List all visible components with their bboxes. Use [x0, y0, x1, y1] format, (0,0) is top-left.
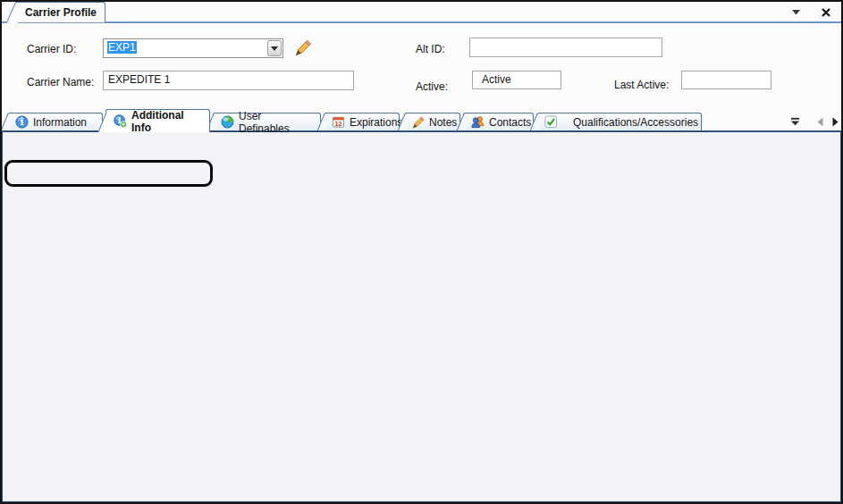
carrier-name-label: Carrier Name:: [27, 76, 94, 88]
svg-text:i: i: [21, 116, 24, 127]
tab-notes[interactable]: Notes: [404, 113, 460, 130]
tab-label: Additional Info: [131, 109, 204, 134]
tab-label: Expirations: [350, 116, 402, 129]
carrier-id-value: EXP1: [107, 41, 137, 54]
carrier-profile-window: Carrier Profile Carrier ID: EXP1 Alt ID:…: [0, 0, 843, 504]
tab-list-icon: [790, 117, 800, 126]
tab-list-button[interactable]: [788, 115, 802, 128]
edit-carrier-button[interactable]: [294, 39, 312, 59]
pencil-icon: [294, 39, 312, 56]
dropdown-arrow-icon: [271, 46, 278, 55]
tab-contacts[interactable]: Contacts: [463, 113, 534, 130]
carrier-name-field[interactable]: EXPEDITE 1: [103, 71, 354, 90]
board-field-highlight: [4, 160, 213, 187]
scroll-tabs-right-button[interactable]: [829, 115, 842, 128]
tab-label: Qualifications/Accessories: [573, 116, 698, 129]
document-tab-carrier-profile[interactable]: Carrier Profile: [16, 2, 105, 22]
info-icon: i: [15, 115, 29, 129]
calendar-icon: 12: [332, 115, 345, 129]
last-active-label: Last Active:: [614, 79, 669, 91]
tab-user-definables[interactable]: User Definables: [213, 113, 321, 130]
active-field[interactable]: Active: [472, 71, 561, 89]
active-label: Active:: [416, 80, 448, 93]
document-tab-label: Carrier Profile: [25, 6, 97, 19]
carrier-id-label: Carrier ID:: [27, 43, 76, 55]
sphere-icon: [221, 115, 234, 129]
last-active-field[interactable]: [681, 71, 771, 89]
tab-expirations[interactable]: 12 Expirations: [324, 113, 400, 130]
alt-id-field[interactable]: [469, 38, 662, 57]
window-menu-button[interactable]: [788, 5, 804, 20]
pencil-icon: [412, 116, 425, 129]
tab-label: Contacts: [489, 116, 531, 129]
arrow-right-icon: [832, 117, 839, 127]
carrier-id-dropdown-button[interactable]: [267, 40, 282, 56]
info-plus-icon: i: [114, 114, 127, 128]
tab-label: Notes: [429, 116, 457, 129]
people-icon: [471, 115, 485, 129]
tab-label: User Definables: [239, 110, 315, 135]
tab-underline: [2, 21, 841, 23]
carrier-id-combo[interactable]: EXP1: [103, 38, 283, 58]
tab-additional-info[interactable]: i Additional Info: [105, 109, 210, 132]
close-button[interactable]: [818, 5, 834, 20]
tab-qualifications-accessories[interactable]: Qualifications/Accessories: [536, 113, 702, 130]
check-icon: [544, 115, 558, 129]
close-icon: [822, 8, 830, 17]
alt-id-label: Alt ID:: [416, 43, 445, 55]
tab-label: Information: [33, 116, 87, 129]
arrow-left-icon: [817, 117, 823, 127]
chevron-down-icon: [792, 10, 800, 15]
svg-text:12: 12: [335, 121, 342, 127]
tab-information[interactable]: i Information: [7, 113, 103, 130]
scroll-tabs-left-button[interactable]: [813, 115, 827, 128]
